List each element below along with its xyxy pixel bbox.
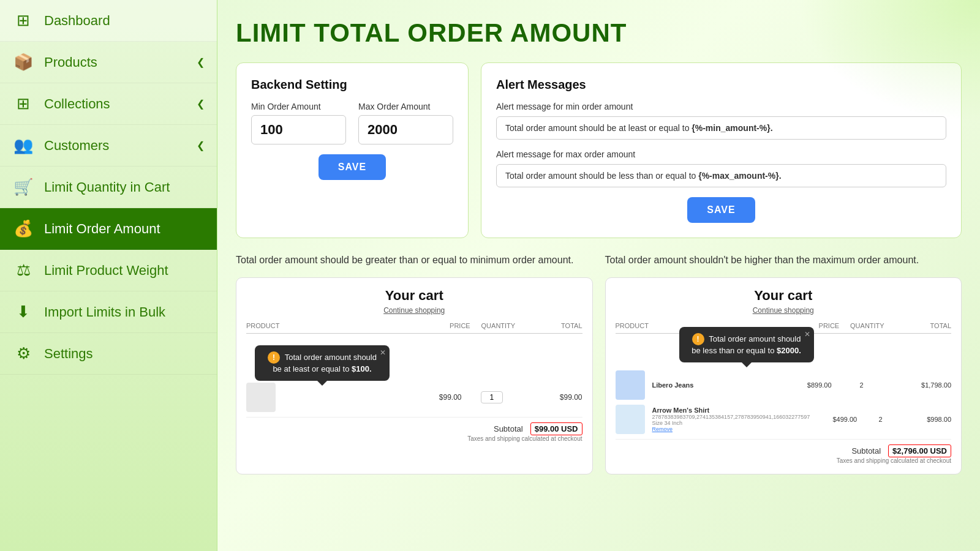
sidebar-item-label: Import Limits in Bulk: [44, 304, 165, 320]
taxes-note-left: Taxes and shipping calculated at checkou…: [246, 435, 582, 442]
tooltip-close-icon-r[interactable]: ✕: [804, 329, 810, 340]
product2-remove-link[interactable]: Remove: [652, 426, 810, 432]
product1-total: $1,798.00: [891, 381, 951, 389]
header-product: PRODUCT: [246, 322, 414, 329]
tooltip-min-amount: $100.: [352, 364, 372, 373]
sidebar-item-label: Limit Product Weight: [44, 263, 168, 279]
backend-setting-card: Backend Setting Min Order Amount Max Ord…: [236, 62, 469, 238]
product-price: $99.00: [401, 393, 462, 402]
sidebar-item-label: Limit Order Amount: [44, 221, 160, 237]
customers-icon: 👥: [12, 136, 34, 155]
cart-icon: 🛒: [12, 178, 34, 197]
product2-info: Arrow Men's Shirt 27878383983709,2741353…: [650, 407, 810, 432]
product2-sku: 27878383983709,274135384157,278783950941…: [652, 414, 810, 420]
preview-right-link[interactable]: Continue shopping: [616, 306, 952, 315]
main-content: LIMIT TOTAL ORDER AMOUNT Backend Setting…: [217, 0, 980, 551]
sidebar: ⊞ Dashboard 📦 Products ❮ ⊞ Collections ❮…: [0, 0, 217, 551]
subtotal-label-r: Subtotal: [851, 446, 881, 455]
sidebar-item-limit-weight[interactable]: ⚖ Limit Product Weight: [0, 250, 217, 291]
preview-min-card: Your cart Continue shopping PRODUCT PRIC…: [236, 277, 593, 474]
min-alert-input[interactable]: Total order amount should be at least or…: [496, 116, 946, 140]
product2-name: Arrow Men's Shirt: [652, 407, 810, 414]
sidebar-item-settings[interactable]: ⚙ Settings: [0, 333, 217, 375]
sidebar-item-products[interactable]: 📦 Products ❮: [0, 42, 217, 83]
products-icon: 📦: [12, 53, 34, 72]
product-total: $99.00: [522, 393, 582, 402]
header-quantity-r: QUANTITY: [839, 322, 895, 329]
header-price: PRICE: [414, 322, 470, 329]
preview-right-product1-row: Libero Jeans $899.00 2 $1,798.00: [616, 370, 952, 400]
sidebar-item-customers[interactable]: 👥 Customers ❮: [0, 125, 217, 167]
min-alert-placeholder: {%-min_amount-%}.: [692, 123, 772, 133]
sidebar-item-label: Products: [44, 54, 97, 70]
max-alert-input[interactable]: Total order amount should be less than o…: [496, 164, 946, 187]
subtotal-value: $99.00 USD: [530, 422, 582, 435]
sidebar-item-collections[interactable]: ⊞ Collections ❮: [0, 83, 217, 125]
product2-qty: 2: [857, 416, 904, 423]
order-amount-fields: Min Order Amount Max Order Amount: [251, 102, 453, 144]
subtotal-value-r: $2,796.00 USD: [888, 444, 951, 457]
left-description: Total order amount should be greater tha…: [236, 253, 593, 268]
max-alert-label: Alert message for max order amount: [496, 149, 946, 159]
preview-left-title: Your cart: [246, 288, 582, 304]
product-thumbnail: [246, 383, 276, 412]
sidebar-item-label: Customers: [44, 138, 109, 154]
sidebar-item-dashboard[interactable]: ⊞ Dashboard: [0, 0, 217, 42]
chevron-icon: ❮: [197, 98, 205, 110]
tooltip-max-amount: $2000.: [777, 346, 801, 355]
sidebar-item-label: Settings: [44, 346, 93, 362]
warning-icon-r: !: [692, 333, 704, 345]
warning-icon: !: [268, 351, 280, 364]
preview-left-header: PRODUCT PRICE QUANTITY TOTAL: [246, 322, 582, 334]
tooltip-close-icon[interactable]: ✕: [380, 348, 386, 358]
settings-icon: ⚙: [12, 344, 34, 363]
min-order-group: Min Order Amount: [251, 102, 346, 144]
alert-messages-title: Alert Messages: [496, 78, 946, 92]
max-alert-placeholder: {%-max_amount-%}.: [698, 171, 781, 181]
header-quantity: QUANTITY: [470, 322, 526, 329]
collections-icon: ⊞: [12, 94, 34, 113]
import-icon: ⬇: [12, 302, 34, 321]
taxes-note-right: Taxes and shipping calculated at checkou…: [616, 457, 952, 464]
min-tooltip-bubble: ! ✕ Total order amount should be at leas…: [255, 345, 390, 381]
preview-right-title: Your cart: [616, 288, 952, 304]
backend-save-button[interactable]: SAVE: [318, 154, 386, 180]
alerts-save-button[interactable]: SAVE: [687, 197, 755, 223]
sidebar-item-limit-order[interactable]: 💰 Limit Order Amount: [0, 208, 217, 250]
description-row: Total order amount should be greater tha…: [236, 253, 962, 268]
max-order-input[interactable]: [358, 115, 453, 144]
min-order-input[interactable]: [251, 115, 346, 144]
sidebar-item-limit-quantity[interactable]: 🛒 Limit Quantity in Cart: [0, 167, 217, 208]
chevron-icon: ❮: [197, 56, 205, 68]
preview-left-product-row: $99.00 $99.00: [246, 383, 582, 412]
preview-row: Your cart Continue shopping PRODUCT PRIC…: [236, 277, 962, 474]
page-title: LIMIT TOTAL ORDER AMOUNT: [236, 18, 962, 48]
sidebar-item-label: Limit Quantity in Cart: [44, 179, 170, 195]
product1-info: Libero Jeans: [650, 381, 772, 389]
alert-messages-card: Alert Messages Alert message for min ord…: [481, 62, 962, 238]
min-order-label: Min Order Amount: [251, 102, 346, 111]
preview-max-card: Your cart Continue shopping PRODUCT PRIC…: [605, 277, 962, 474]
sidebar-item-import-limits[interactable]: ⬇ Import Limits in Bulk: [0, 291, 217, 333]
dashboard-icon: ⊞: [12, 11, 34, 30]
backend-setting-title: Backend Setting: [251, 78, 453, 92]
product1-name: Libero Jeans: [652, 381, 772, 389]
subtotal-row-right: Subtotal $2,796.00 USD: [616, 439, 952, 457]
subtotal-label: Subtotal: [494, 424, 523, 433]
chevron-icon: ❮: [197, 140, 205, 151]
top-cards: Backend Setting Min Order Amount Max Ord…: [236, 62, 962, 238]
sidebar-item-label: Dashboard: [44, 13, 110, 29]
header-total: TOTAL: [526, 322, 582, 329]
quantity-input[interactable]: [481, 391, 503, 403]
preview-right-product2-row: Arrow Men's Shirt 27878383983709,2741353…: [616, 405, 952, 434]
product-qty: [462, 391, 522, 403]
product1-price: $899.00: [772, 381, 832, 389]
sidebar-item-label: Collections: [44, 96, 110, 112]
max-tooltip-bubble: ! ✕ Total order amount should be less th…: [679, 327, 814, 362]
product1-qty: 2: [832, 381, 892, 389]
product2-thumbnail: [616, 405, 645, 434]
preview-left-link[interactable]: Continue shopping: [246, 306, 582, 315]
product2-price: $499.00: [810, 416, 857, 423]
subtotal-row-left: Subtotal $99.00 USD: [246, 417, 582, 435]
product2-size: Size 34 Inch: [652, 420, 810, 426]
